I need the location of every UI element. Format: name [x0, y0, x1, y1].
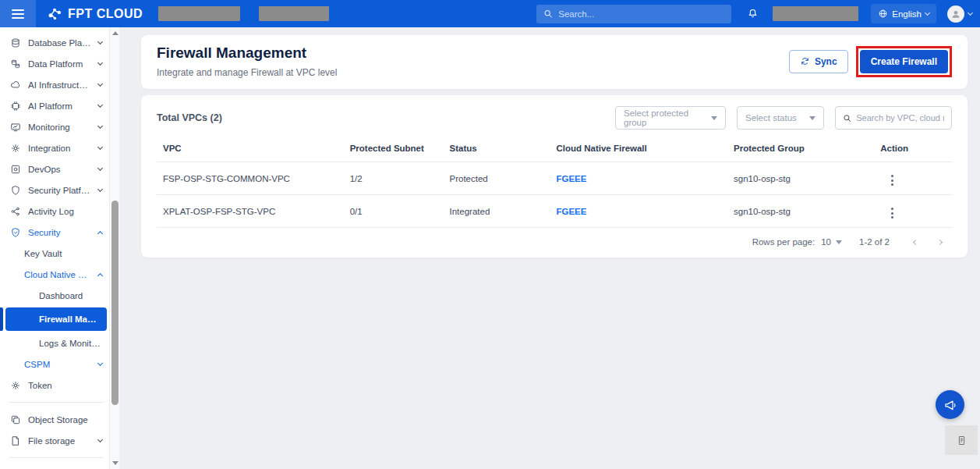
language-label: English: [892, 9, 922, 19]
table-header-row: VPC Protected Subnet Status Cloud Native…: [157, 139, 952, 162]
redacted-text-block: [259, 6, 329, 21]
status-select[interactable]: Select status: [737, 106, 824, 130]
avatar: [947, 5, 964, 23]
sidebar-item-label: Token: [28, 381, 102, 390]
sidebar-item-devops[interactable]: DevOps: [0, 158, 108, 179]
chevron-down-icon: [97, 59, 103, 65]
megaphone-icon: [943, 398, 957, 412]
fpt-logo-icon: [47, 6, 62, 22]
ai-infrastructure-icon: [10, 80, 21, 91]
vpc-search-input[interactable]: [856, 113, 944, 123]
rows-per-page-select[interactable]: 10: [821, 237, 842, 247]
chevron-down-icon: [97, 123, 103, 128]
search-icon: [843, 113, 851, 123]
sidebar-item-firewall-management[interactable]: Firewall Management: [5, 307, 107, 331]
security-icon: [10, 227, 21, 238]
firewall-link[interactable]: FGEEE: [556, 207, 586, 216]
status-placeholder: Select status: [745, 113, 797, 123]
sidebar-item-logs-monitoring[interactable]: Logs & Monitoring: [0, 332, 108, 354]
user-menu[interactable]: [947, 5, 972, 23]
notes-widget-button[interactable]: [945, 425, 978, 455]
sidebar-item-token[interactable]: Token: [0, 375, 108, 396]
sidebar-item-label: Integration: [28, 144, 91, 153]
sidebar-item-label: Data Platform: [28, 59, 91, 69]
sidebar-item-monitoring[interactable]: Monitoring: [0, 116, 108, 137]
token-icon: [10, 380, 21, 391]
search-icon: [543, 9, 553, 19]
vpc-table: VPC Protected Subnet Status Cloud Native…: [157, 139, 952, 228]
sidebar-item-integration[interactable]: Integration: [0, 137, 108, 158]
menu-icon[interactable]: [0, 0, 36, 27]
rows-per-page-value: 10: [821, 237, 831, 247]
scroll-up-icon[interactable]: [112, 31, 119, 35]
sidebar-item-object-storage[interactable]: Object Storage: [0, 409, 108, 430]
sidebar-item-file-storage[interactable]: File storage: [0, 430, 108, 451]
ai-platform-icon: [10, 101, 21, 112]
object-storage-icon: [10, 414, 21, 425]
devops-icon: [10, 164, 21, 175]
vpc-name-cell: FSP-OSP-STG-COMMON-VPC: [157, 162, 344, 195]
sidebar-item-key-vault[interactable]: Key Vault: [0, 243, 108, 264]
row-actions-menu-icon[interactable]: [880, 206, 904, 220]
annotation-red-box: Create Firewall: [856, 46, 952, 77]
sidebar-item-ai-infrastructure[interactable]: AI Infrastructure: [0, 74, 108, 95]
sidebar-item-data-platform[interactable]: Data Platform: [0, 53, 108, 74]
status-cell: Protected: [444, 162, 550, 195]
page-title: Firewall Management: [157, 44, 337, 62]
sidebar-item-label: DevOps: [28, 165, 91, 174]
redacted-text-block: [773, 6, 858, 21]
sidebar-item-database-platform[interactable]: Database Platform: [0, 32, 108, 53]
chevron-down-icon: [968, 9, 973, 15]
column-header-protected-subnet: Protected Subnet: [344, 139, 444, 162]
sidebar-item-security-platform[interactable]: Security Platform: [0, 179, 108, 201]
sidebar-item-dashboard[interactable]: Dashboard: [0, 285, 108, 306]
protected-group-placeholder: Select protected group: [624, 108, 705, 127]
scrollbar-thumb[interactable]: [111, 201, 119, 405]
sidebar-item-label: AI Infrastructure: [28, 80, 91, 90]
bell-icon[interactable]: [747, 8, 759, 20]
sync-button[interactable]: Sync: [789, 50, 848, 73]
sidebar-item-ai-platform[interactable]: AI Platform: [0, 95, 108, 116]
create-firewall-button[interactable]: Create Firewall: [860, 50, 948, 73]
chevron-up-icon: [97, 230, 103, 236]
globe-icon: [878, 9, 888, 19]
chevron-down-icon: [97, 186, 103, 191]
integration-icon: [10, 143, 21, 154]
next-page-button[interactable]: [931, 240, 949, 244]
chevron-down-icon: [97, 38, 103, 44]
table-row: XPLAT-OSP-FSP-STG-VPC 0/1 Integrated FGE…: [157, 195, 952, 228]
column-header-status: Status: [444, 139, 550, 162]
file-storage-icon: [10, 435, 21, 446]
global-search-input[interactable]: [558, 9, 724, 19]
sync-label: Sync: [815, 56, 837, 67]
status-cell: Integrated: [444, 195, 550, 228]
vpc-name-cell: XPLAT-OSP-FSP-STG-VPC: [157, 195, 344, 228]
language-selector[interactable]: English: [871, 4, 936, 23]
sidebar-item-security[interactable]: Security: [0, 222, 108, 243]
fpt-cloud-logo[interactable]: FPT CLOUD: [47, 6, 143, 22]
pagination: Rows per page: 10 1-2 of 2: [157, 228, 952, 254]
sidebar-scrollbar[interactable]: [109, 27, 119, 469]
data-platform-icon: [10, 59, 21, 69]
scroll-down-icon[interactable]: [112, 461, 119, 465]
protected-group-select[interactable]: Select protected group: [615, 106, 726, 130]
sidebar-item-cloud-native-firewall[interactable]: Cloud Native Firewall: [0, 264, 108, 285]
page-header-card: Firewall Management Integrate and manage…: [141, 35, 968, 89]
topbar: FPT CLOUD English: [0, 0, 980, 27]
sidebar-item-cspm[interactable]: CSPM: [0, 354, 108, 375]
page-subtitle: Integrate and manage Firewall at VPC lev…: [157, 67, 337, 78]
sidebar-item-activity-log[interactable]: Activity Log: [0, 201, 108, 222]
global-search[interactable]: [536, 5, 731, 23]
announcements-button[interactable]: [936, 390, 964, 419]
firewall-link[interactable]: FGEEE: [556, 174, 586, 183]
divider: [9, 402, 104, 403]
row-actions-menu-icon[interactable]: [880, 173, 904, 187]
monitoring-icon: [10, 122, 21, 133]
protected-group-cell: sgn10-osp-stg: [727, 162, 874, 195]
previous-page-button[interactable]: [907, 240, 925, 244]
sidebar: Database Platform Data Platform AI Infra…: [0, 27, 119, 469]
vpc-search[interactable]: [835, 106, 952, 130]
chevron-down-icon: [97, 165, 103, 170]
sidebar-item-label: AI Platform: [28, 101, 91, 111]
table-row: FSP-OSP-STG-COMMON-VPC 1/2 Protected FGE…: [157, 162, 952, 195]
